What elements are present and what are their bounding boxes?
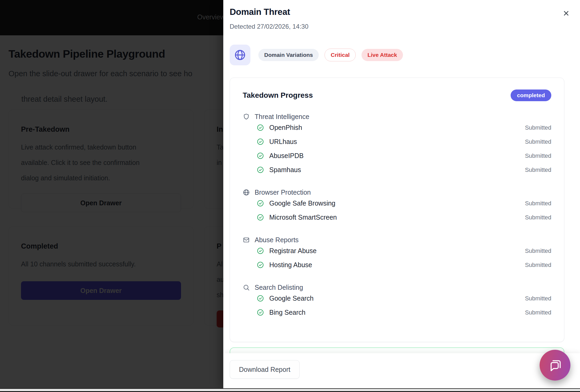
drawer-footer: Download Report <box>223 353 580 388</box>
channel-status: Submitted <box>525 138 551 145</box>
channel-label: Microsoft SmartScreen <box>269 214 337 221</box>
check-circle-icon <box>257 261 264 269</box>
section-browser-protection: Browser Protection Google Safe Browsing … <box>243 189 551 224</box>
threat-detail-drawer: Domain Threat Detected 27/02/2026, 14:30… <box>223 0 580 388</box>
section-abuse-reports: Abuse Reports Registrar Abuse Submitted … <box>243 236 551 272</box>
channel-status: Submitted <box>525 248 551 254</box>
progress-row: Hosting Abuse Submitted <box>257 258 551 272</box>
section-title: Abuse Reports <box>255 236 299 244</box>
check-circle-icon <box>257 152 264 159</box>
channel-label: Hosting Abuse <box>269 261 312 269</box>
channel-status: Submitted <box>525 167 551 173</box>
channel-status: Submitted <box>525 200 551 207</box>
status-badge: completed <box>511 90 551 101</box>
mail-icon <box>243 236 250 244</box>
check-circle-icon <box>257 200 264 207</box>
channel-label: URLhaus <box>269 138 297 146</box>
channel-label: Google Safe Browsing <box>269 199 335 207</box>
channel-status: Submitted <box>525 262 551 269</box>
channel-label: OpenPhish <box>269 124 302 131</box>
download-report-button[interactable]: Download Report <box>230 360 300 379</box>
severity-badge: Critical <box>325 49 356 61</box>
progress-row: Google Safe Browsing Submitted <box>257 196 551 210</box>
progress-row: Registrar Abuse Submitted <box>257 244 551 258</box>
channel-label: AbuseIPDB <box>269 152 304 160</box>
globe-icon <box>243 189 250 196</box>
section-header: Search Delisting <box>243 284 551 291</box>
bottom-page-edge <box>0 388 580 392</box>
check-circle-icon <box>257 124 264 131</box>
section-header: Browser Protection <box>243 189 551 196</box>
progress-row: Spamhaus Submitted <box>257 163 551 177</box>
progress-row: Microsoft SmartScreen Submitted <box>257 210 551 224</box>
close-button[interactable] <box>560 7 572 19</box>
chat-fab-button[interactable] <box>540 350 570 381</box>
progress-card-header: Takedown Progress completed <box>243 90 551 101</box>
takedown-progress-card: Takedown Progress completed Threat Intel… <box>230 78 564 342</box>
channel-status: Submitted <box>525 124 551 131</box>
section-threat-intelligence: Threat Intelligence OpenPhish Submitted … <box>243 113 551 177</box>
progress-row: URLhaus Submitted <box>257 135 551 149</box>
live-attack-badge: Live Attack <box>362 49 403 61</box>
progress-row: Google Search Submitted <box>257 291 551 305</box>
channel-status: Submitted <box>525 152 551 159</box>
progress-row: Bing Search Submitted <box>257 305 551 319</box>
section-header: Abuse Reports <box>243 236 551 244</box>
progress-title: Takedown Progress <box>243 91 313 100</box>
check-circle-icon <box>257 295 264 302</box>
check-circle-icon <box>257 247 264 254</box>
section-title: Threat Intelligence <box>255 113 309 121</box>
threat-type-tile <box>230 45 250 65</box>
channel-status: Submitted <box>525 214 551 221</box>
channel-status: Submitted <box>525 309 551 316</box>
detected-timestamp: Detected 27/02/2026, 14:30 <box>230 23 564 30</box>
threat-meta-row: Domain Variations Critical Live Attack <box>230 45 564 65</box>
section-header: Threat Intelligence <box>243 113 551 121</box>
check-circle-icon <box>257 214 264 221</box>
check-circle-icon <box>257 138 264 145</box>
progress-row: OpenPhish Submitted <box>257 121 551 135</box>
progress-row: AbuseIPDB Submitted <box>257 149 551 163</box>
channel-label: Spamhaus <box>269 166 301 174</box>
channel-label: Google Search <box>269 295 314 302</box>
category-badge: Domain Variations <box>258 49 319 61</box>
search-icon <box>243 284 250 291</box>
section-title: Browser Protection <box>255 189 311 196</box>
channel-label: Registrar Abuse <box>269 247 317 255</box>
channel-status: Submitted <box>525 295 551 302</box>
channel-label: Bing Search <box>269 309 305 316</box>
drawer-content: Domain Threat Detected 27/02/2026, 14:30… <box>230 0 564 388</box>
shield-icon <box>243 113 250 120</box>
check-circle-icon <box>257 166 264 173</box>
section-title: Search Delisting <box>255 284 303 291</box>
check-circle-icon <box>257 309 264 316</box>
drawer-title: Domain Threat <box>230 7 564 17</box>
screen: Overview Takedown Pipeline Playground Op… <box>0 0 580 392</box>
badge-row: Domain Variations Critical Live Attack <box>258 49 403 61</box>
section-search-delisting: Search Delisting Google Search Submitted… <box>243 284 551 319</box>
chat-icon <box>548 358 562 372</box>
close-icon <box>560 7 572 19</box>
globe-icon <box>234 49 246 61</box>
